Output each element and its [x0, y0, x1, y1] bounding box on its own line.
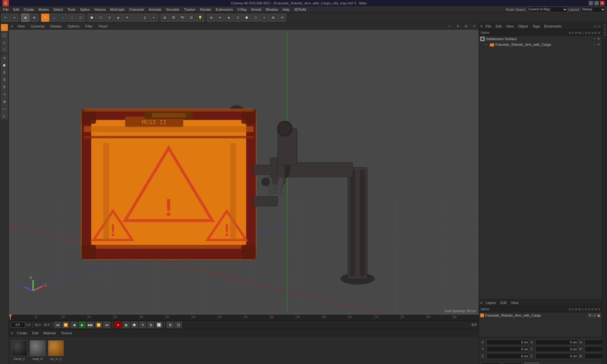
viewport-menu-display[interactable]: Display	[49, 24, 63, 29]
viewport-menu-view[interactable]: View	[16, 24, 26, 29]
tool-misc-3[interactable]: ◈	[225, 14, 233, 22]
obj-tool-8[interactable]: ⌖	[150, 14, 158, 22]
material-menu-material[interactable]: Material	[42, 331, 57, 336]
tool-scale-button[interactable]: ○	[59, 14, 67, 22]
tool-render[interactable]: ⌘	[169, 14, 178, 22]
edge-icon-5[interactable]: R	[603, 34, 606, 36]
menu-window[interactable]: Window	[264, 7, 280, 12]
tool-select-button[interactable]: ✕	[41, 14, 49, 22]
obj-tool-1[interactable]: ⬟	[88, 14, 96, 22]
menu-select[interactable]: Select	[52, 7, 65, 12]
btn-loop[interactable]: 🔄	[156, 322, 162, 328]
obj-tool-3[interactable]: ⊙	[105, 14, 113, 22]
layers-menu-icon[interactable]: ≡	[480, 300, 482, 305]
subdivision-icon-check[interactable]: ✓	[592, 37, 596, 41]
edge-icon-4[interactable]: E	[603, 32, 606, 33]
btn-record[interactable]: ●	[114, 322, 121, 328]
close-button[interactable]: ✕	[600, 1, 604, 5]
material-thumb-3[interactable]	[48, 340, 64, 356]
menu-tracker[interactable]: Tracker	[182, 7, 198, 12]
material-menu-create[interactable]: Create	[15, 331, 28, 336]
obj-mgr-icon-2[interactable]: ▷	[598, 24, 601, 28]
layers-menu-view[interactable]: View	[510, 300, 520, 305]
menu-tools[interactable]: Tools	[65, 7, 77, 12]
menu-vray[interactable]: V-Ray	[235, 7, 248, 12]
btn-first-frame[interactable]: ⏮	[54, 322, 61, 328]
btn-play[interactable]: ▶	[79, 322, 86, 328]
left-tool-grid[interactable]: ⊞	[1, 98, 8, 105]
obj-mgr-view[interactable]: View	[505, 24, 515, 29]
left-tool-minus[interactable]: —	[1, 105, 8, 112]
tool-misc-1[interactable]: ⊕	[207, 14, 215, 22]
menu-render[interactable]: Render	[198, 7, 213, 12]
edge-icon-2[interactable]: A	[603, 27, 606, 28]
coord-x2-input[interactable]	[536, 339, 578, 345]
menu-3dtoall[interactable]: 3DToAll	[292, 7, 308, 12]
btn-next-key[interactable]: ⏩	[95, 322, 102, 328]
tool-misc-5[interactable]: ⬟	[242, 14, 251, 22]
node-space-select[interactable]: Current (V-Ray)	[527, 7, 568, 12]
viewport-menu-filter[interactable]: Filter	[84, 24, 94, 29]
left-tool-s1[interactable]: S	[1, 69, 8, 76]
mode-move-button[interactable]: ⊕	[30, 14, 38, 22]
menu-create[interactable]: Create	[22, 7, 36, 12]
obj-tool-6[interactable]: ⋯	[132, 14, 140, 22]
tool-all-button[interactable]: ⬡	[77, 14, 85, 22]
tool-misc-9[interactable]: ☀	[278, 14, 286, 22]
object-row-subdivision[interactable]: Subdivision Surface ✓ 👁	[479, 36, 602, 42]
obj-mgr-menu-icon[interactable]: ≡	[480, 24, 482, 28]
coord-y2-input[interactable]	[536, 346, 578, 352]
menu-modes[interactable]: Modes	[37, 7, 51, 12]
coord-y1-input[interactable]	[487, 346, 529, 352]
obj-tool-7[interactable]: ∥	[141, 14, 149, 22]
obj-mgr-bookmarks[interactable]: Bookmarks	[543, 24, 563, 29]
tool-snap[interactable]: ⊞	[161, 14, 169, 22]
menu-edit[interactable]: Edit	[11, 7, 21, 12]
left-tool-wave[interactable]: ∿	[1, 91, 8, 98]
btn-prev-key[interactable]: ⏪	[62, 322, 69, 328]
tool-rotate-button[interactable]: □	[68, 14, 76, 22]
obj-mgr-object[interactable]: Object	[517, 24, 529, 29]
left-tool-s3[interactable]: S	[1, 83, 8, 90]
maximize-button[interactable]: □	[594, 1, 599, 5]
menu-character[interactable]: Character	[127, 7, 146, 12]
menu-file[interactable]: File	[1, 7, 11, 12]
minimize-button[interactable]: ─	[589, 1, 593, 5]
undo-button[interactable]: ↩	[1, 14, 9, 22]
coord-z2-input[interactable]	[536, 353, 578, 359]
layout-select[interactable]: Startup	[580, 7, 606, 12]
tool-misc-8[interactable]: ⊞	[269, 14, 277, 22]
viewport-menu-options[interactable]: Options	[66, 24, 81, 29]
material-menu-edit[interactable]: Edit	[31, 331, 40, 336]
btn-addkey[interactable]: ✦	[139, 322, 146, 328]
redo-button[interactable]: ↪	[10, 14, 18, 22]
layers-menu-edit[interactable]: Edit	[499, 300, 508, 305]
mode-model-button[interactable]: ◉	[21, 14, 29, 22]
btn-timeline-misc-2[interactable]: ⊟	[175, 322, 182, 328]
viewport-menu-cameras[interactable]: Cameras	[29, 24, 46, 29]
viewport-menu-panel[interactable]: Panel	[97, 24, 109, 29]
edge-icon-3[interactable]: F	[603, 29, 606, 31]
viewport-3d[interactable]: Perspective Default Camera **	[9, 30, 479, 315]
edge-icon-1[interactable]: S	[603, 24, 606, 26]
robotic-arm-icon-view[interactable]: 👁	[597, 43, 601, 46]
layer-icon-render[interactable]: ⊙	[592, 313, 596, 317]
subdivision-icon-view[interactable]: 👁	[597, 37, 601, 41]
tool-camera[interactable]: 📷	[178, 14, 187, 22]
menu-mograph[interactable]: MoGraph	[108, 7, 126, 12]
left-tool-tri[interactable]: △	[1, 39, 8, 46]
left-tool-rect[interactable]: □	[1, 46, 8, 53]
robotic-arm-icon-check[interactable]: ✓	[592, 43, 596, 46]
viewport-icon-close[interactable]: ✕	[472, 24, 477, 29]
menu-volume[interactable]: Volume	[92, 7, 108, 12]
apply-button[interactable]: Apply	[524, 362, 539, 364]
frame-start-input[interactable]	[11, 322, 25, 328]
menu-animate[interactable]: Animate	[147, 7, 163, 12]
material-menu-texture[interactable]: Texture	[59, 331, 73, 336]
left-tool-l[interactable]: L	[1, 112, 8, 119]
material-thumb-1[interactable]	[11, 340, 27, 356]
coord-z1-input[interactable]	[487, 353, 529, 359]
menu-simulate[interactable]: Simulate	[164, 7, 181, 12]
obj-mgr-tags[interactable]: Tags	[531, 24, 541, 29]
viewport-icon-settings[interactable]: ⊞	[463, 24, 469, 29]
